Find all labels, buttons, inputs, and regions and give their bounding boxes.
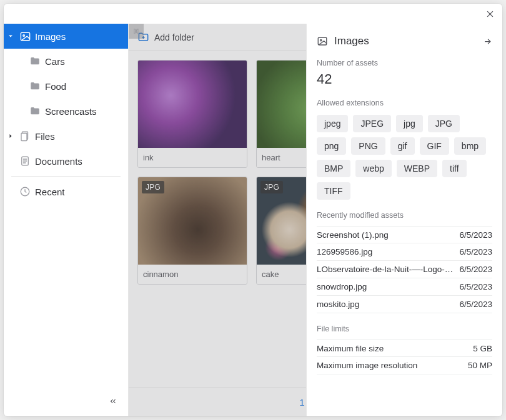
- recent-date: 6/5/2023: [459, 282, 492, 291]
- files-icon: [19, 130, 31, 142]
- arrow-right-icon: [483, 37, 492, 46]
- recent-label: Recently modified assets: [317, 211, 492, 220]
- sidebar-item-screencasts[interactable]: Screencasts: [4, 99, 128, 124]
- extension-chip: JPEG: [353, 115, 391, 132]
- chevron-double-left-icon: [109, 397, 117, 406]
- svg-rect-0: [21, 32, 29, 41]
- recent-row[interactable]: LObservatoire-de-la-Nuit-—-Logo-Fo...6/5…: [317, 261, 492, 278]
- sidebar-item-recent[interactable]: .Recent: [4, 179, 128, 204]
- sidebar-item-label: Files: [35, 131, 55, 142]
- recent-row[interactable]: Screenshot (1).png6/5/2023: [317, 226, 492, 243]
- sidebar-collapse-button[interactable]: [104, 393, 122, 410]
- sidebar-item-label: Documents: [35, 156, 82, 167]
- main-content: Add folder inkheartJPGflowersJPGcinnamon…: [129, 24, 502, 416]
- recent-name: Screenshot (1).png: [317, 230, 454, 240]
- document-icon: [19, 155, 31, 167]
- limit-row: Maximum image resolution50 MP: [317, 357, 492, 374]
- assets-count-value: 42: [317, 71, 492, 87]
- limits-label: File limits: [317, 325, 492, 333]
- panel-title: Images: [334, 35, 477, 47]
- recent-row[interactable]: 126959586.jpg6/5/2023: [317, 243, 492, 261]
- pager-current: 1: [299, 397, 304, 408]
- sidebar-item-food[interactable]: Food: [4, 74, 128, 99]
- extension-chip: GIF: [420, 137, 449, 155]
- close-icon: [485, 9, 495, 19]
- extension-chip: jpg: [396, 115, 423, 132]
- add-folder-button[interactable]: Add folder: [154, 32, 194, 42]
- asset-card[interactable]: JPGcinnamon: [137, 177, 247, 285]
- limit-value: 50 MP: [468, 361, 492, 370]
- sidebar-item-label: Images: [35, 31, 66, 42]
- image-folder-icon: [19, 30, 31, 42]
- extensions-chips: jpegJPEGjpgJPGpngPNGgifGIFbmpBMPwebpWEBP…: [317, 115, 492, 200]
- folder-icon: [29, 105, 41, 117]
- file-type-badge: JPG: [142, 181, 164, 193]
- panel-open-button[interactable]: [483, 37, 492, 46]
- svg-point-7: [320, 39, 322, 41]
- folder-icon: [29, 80, 41, 92]
- extension-chip: WEBP: [397, 160, 437, 177]
- extension-chip: bmp: [454, 137, 486, 155]
- extension-chip: gif: [390, 137, 415, 155]
- sidebar-item-documents[interactable]: .Documents: [4, 149, 128, 173]
- add-folder-icon: [137, 31, 149, 43]
- sidebar-item-label: Screencasts: [45, 106, 97, 117]
- svg-rect-3: [21, 134, 27, 141]
- svg-rect-6: [318, 37, 327, 45]
- asset-name: cinnamon: [138, 265, 247, 284]
- file-type-badge: JPG: [260, 181, 283, 193]
- svg-point-1: [22, 34, 24, 36]
- chevron-icon: [6, 32, 15, 41]
- recent-date: 6/5/2023: [459, 265, 492, 274]
- extension-chip: tiff: [442, 160, 467, 177]
- limit-value: 5 GB: [473, 344, 492, 353]
- sidebar: ImagesCarsFoodScreencastsFiles.Documents…: [4, 24, 129, 416]
- recent-name: LObservatoire-de-la-Nuit-—-Logo-Fo...: [317, 265, 454, 274]
- asset-card[interactable]: ink: [137, 60, 247, 168]
- sidebar-item-label: Cars: [45, 56, 65, 67]
- extension-chip: jpeg: [317, 115, 348, 132]
- media-library-modal: ImagesCarsFoodScreencastsFiles.Documents…: [4, 4, 502, 416]
- recent-row[interactable]: moskito.jpg6/5/2023: [317, 296, 492, 313]
- close-button[interactable]: [481, 5, 499, 22]
- recent-date: 6/5/2023: [459, 300, 492, 309]
- extension-chip: JPG: [428, 115, 460, 132]
- extension-chip: PNG: [351, 137, 385, 155]
- extension-chip: webp: [355, 160, 391, 177]
- image-folder-icon: [317, 36, 328, 47]
- chevron-icon: [6, 132, 15, 140]
- sidebar-item-label: Food: [45, 81, 66, 92]
- folder-icon: [29, 55, 41, 67]
- sidebar-item-files[interactable]: Files: [4, 124, 128, 149]
- extension-chip: BMP: [317, 160, 350, 177]
- recent-name: 126959586.jpg: [317, 247, 454, 256]
- limits-list: Maximum file size5 GBMaximum image resol…: [317, 339, 492, 374]
- limit-row: Maximum file size5 GB: [317, 339, 492, 357]
- extension-chip: TIFF: [317, 182, 350, 200]
- sidebar-item-label: Recent: [35, 187, 65, 197]
- asset-thumbnail: JPG: [138, 177, 247, 265]
- extensions-label: Allowed extensions: [317, 99, 492, 107]
- assets-count-label: Number of assets: [317, 59, 492, 67]
- recent-date: 6/5/2023: [459, 230, 492, 240]
- recent-list: Screenshot (1).png6/5/2023126959586.jpg6…: [317, 226, 492, 313]
- limit-label: Maximum image resolution: [317, 361, 468, 370]
- asset-name: ink: [138, 148, 247, 167]
- recent-name: moskito.jpg: [317, 300, 454, 309]
- modal-topbar: [4, 4, 502, 24]
- asset-thumbnail: [138, 61, 247, 148]
- sidebar-item-cars[interactable]: Cars: [4, 49, 128, 74]
- info-panel: Images Number of assets 42 Allowed exten…: [306, 24, 502, 416]
- extension-chip: png: [317, 137, 346, 155]
- limit-label: Maximum file size: [317, 344, 473, 353]
- sidebar-item-images[interactable]: Images: [4, 24, 128, 49]
- recent-date: 6/5/2023: [459, 247, 492, 256]
- recent-icon: [19, 185, 31, 198]
- recent-name: snowdrop.jpg: [317, 282, 454, 291]
- recent-row[interactable]: snowdrop.jpg6/5/2023: [317, 278, 492, 296]
